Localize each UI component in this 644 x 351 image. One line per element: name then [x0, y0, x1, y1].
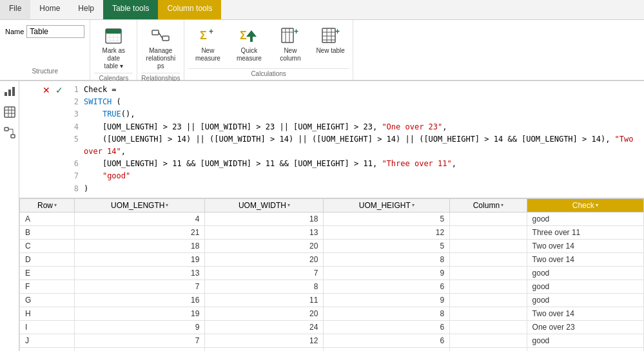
table-cell: 20 — [205, 239, 324, 252]
table-cell — [450, 307, 527, 320]
table-cell — [450, 225, 527, 239]
table-cell: E — [20, 266, 75, 280]
table-row: A4185good — [20, 212, 644, 225]
table-row: I9246One over 23 — [20, 320, 644, 334]
svg-rect-27 — [5, 92, 7, 96]
table-cell: good — [527, 334, 643, 347]
quick-measure-button[interactable]: Σ Quick measure — [229, 23, 268, 65]
manage-relationships-label: Managerelationships — [145, 47, 176, 70]
col-header-uom-width[interactable]: UOM_WIDTH ▾ — [205, 198, 324, 212]
cancel-formula-button[interactable]: ✕ — [41, 85, 52, 95]
table-cell: 7 — [75, 334, 205, 347]
col-header-uom-length[interactable]: UOM_LENGTH ▾ — [75, 198, 205, 212]
table-cell: I — [20, 320, 75, 334]
table-cell — [450, 266, 527, 280]
table-cell: 6 — [324, 334, 450, 347]
table-cell: 20 — [205, 307, 324, 320]
table-cell — [450, 212, 527, 225]
table-cell: 13 — [205, 225, 324, 239]
structure-label: Structure — [5, 66, 84, 75]
tab-column-tools[interactable]: Column tools — [158, 0, 221, 19]
svg-rect-36 — [11, 135, 15, 138]
table-row: B211312Three over 11 — [20, 225, 644, 239]
table-cell: G — [20, 293, 75, 307]
new-column-label: New column — [275, 47, 306, 62]
formula-editor[interactable]: 1 Check = 2 SWITCH ( 3 TRUE(), 4 [UOM_LE… — [68, 84, 641, 195]
table-cell: 8 — [205, 280, 324, 293]
table-cell: 23 — [75, 347, 205, 351]
model-icon[interactable] — [2, 125, 17, 140]
table-cell: 19 — [75, 307, 205, 320]
table-cell: 5 — [324, 212, 450, 225]
table-cell — [450, 347, 527, 351]
table-cell: 6 — [324, 280, 450, 293]
table-cell: 5 — [324, 239, 450, 252]
tab-table-tools[interactable]: Table tools — [103, 0, 158, 19]
col-header-uom-height[interactable]: UOM_HEIGHT ▾ — [324, 198, 450, 212]
table-cell: Two over 14 — [527, 239, 643, 252]
table-cell — [450, 334, 527, 347]
col-header-check[interactable]: Check ▾ — [527, 198, 643, 212]
table-cell: A — [20, 212, 75, 225]
table-cell: One over 23 — [527, 320, 643, 334]
confirm-formula-button[interactable]: ✓ — [54, 85, 64, 95]
col-header-column[interactable]: Column ▾ — [450, 198, 527, 212]
table-cell: 4 — [75, 212, 205, 225]
svg-rect-1 — [106, 29, 121, 33]
table-cell: One over 23 — [527, 347, 643, 351]
table-cell: good — [527, 293, 643, 307]
calculations-label: Calculations — [188, 68, 348, 77]
table-cell: 28 — [205, 347, 324, 351]
manage-relationships-button[interactable]: Managerelationships — [141, 23, 180, 73]
svg-text:+: + — [294, 27, 298, 36]
table-cell: 8 — [324, 307, 450, 320]
content-area: ✕ ✓ 1 Check = 2 SWITCH ( 3 TRUE(), — [0, 81, 644, 351]
mark-as-date-table-label: Mark as datetable ▾ — [98, 47, 129, 70]
table-cell: good — [527, 266, 643, 280]
formula-toolbar: ✕ ✓ — [41, 85, 64, 95]
right-area: ✕ ✓ 1 Check = 2 SWITCH ( 3 TRUE(), — [19, 81, 644, 351]
new-table-button[interactable]: + New table — [312, 23, 348, 57]
table-header-row: Row ▾ UOM_LENGTH ▾ UOM_WIDTH ▾ UOM_HEIGH… — [20, 198, 644, 212]
mark-as-date-table-button[interactable]: Mark as datetable ▾ — [94, 23, 133, 73]
table-cell: J — [20, 334, 75, 347]
table-cell: 12 — [324, 225, 450, 239]
table-cell: 12 — [205, 334, 324, 347]
svg-rect-9 — [162, 36, 169, 41]
new-measure-icon: Σ + — [197, 25, 218, 46]
relationships-label: Relationships — [141, 73, 180, 82]
svg-rect-15 — [282, 28, 293, 43]
calculations-group: Σ + New measure Σ Quick measure — [184, 20, 353, 80]
mark-as-date-table-icon — [103, 25, 124, 46]
svg-rect-29 — [12, 87, 15, 96]
formula-line-3: 3 TRUE(), — [68, 108, 641, 120]
table-cell: 7 — [75, 280, 205, 293]
table-cell — [450, 280, 527, 293]
new-table-label: New table — [316, 47, 344, 55]
col-header-row[interactable]: Row ▾ — [20, 198, 75, 212]
data-table-wrapper: Row ▾ UOM_LENGTH ▾ UOM_WIDTH ▾ UOM_HEIGH… — [19, 198, 644, 351]
table-icon[interactable] — [2, 104, 17, 120]
formula-line-2: 2 SWITCH ( — [68, 96, 641, 108]
calendars-label: Calendars — [94, 73, 133, 82]
name-label: Name — [5, 28, 24, 35]
table-row: J7126good — [20, 334, 644, 347]
svg-text:+: + — [335, 27, 340, 36]
table-cell: K — [20, 347, 75, 351]
tab-help[interactable]: Help — [69, 0, 103, 19]
manage-relationships-icon — [150, 25, 171, 46]
quick-measure-label: Quick measure — [233, 47, 264, 62]
table-cell: C — [20, 239, 75, 252]
table-cell: 11 — [205, 293, 324, 307]
svg-text:Σ: Σ — [200, 29, 207, 42]
tab-home[interactable]: Home — [30, 0, 69, 19]
table-cell: 7 — [324, 347, 450, 351]
table-name-input[interactable] — [26, 25, 84, 38]
new-column-button[interactable]: + New column — [271, 23, 309, 65]
chart-icon[interactable] — [2, 84, 17, 99]
new-measure-button[interactable]: Σ + New measure — [188, 23, 227, 65]
svg-rect-28 — [8, 90, 11, 96]
table-cell: 6 — [324, 320, 450, 334]
data-table: Row ▾ UOM_LENGTH ▾ UOM_WIDTH ▾ UOM_HEIGH… — [19, 198, 644, 351]
tab-file[interactable]: File — [0, 0, 30, 19]
